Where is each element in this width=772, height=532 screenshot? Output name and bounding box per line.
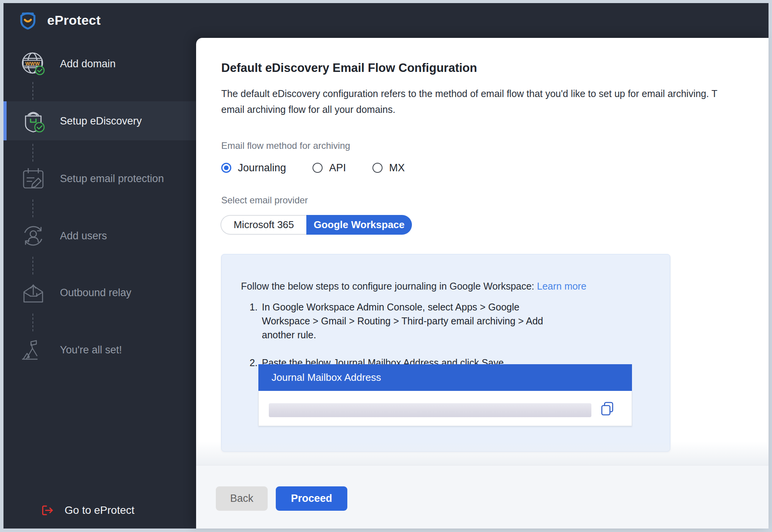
panel-intro-text: Follow the below steps to configure jour…: [241, 281, 586, 292]
journal-mailbox-address-redacted-value: [269, 403, 591, 417]
page-description: The default eDiscovery configuration ref…: [221, 86, 772, 121]
step-connector: [32, 82, 33, 100]
step-connector: [32, 144, 33, 162]
step-1: In Google Workspace Admin Console, selec…: [260, 300, 566, 342]
step-connector: [32, 257, 33, 275]
radio-api-label: API: [329, 162, 346, 174]
radio-mx-unselected[interactable]: [372, 163, 383, 173]
sidebar-item-setup-ediscovery[interactable]: Setup eDiscovery: [60, 108, 188, 134]
learn-more-link[interactable]: Learn more: [537, 281, 586, 292]
calendar-pencil-icon: [20, 165, 46, 192]
outbound-envelope-icon: [20, 280, 46, 306]
radio-api-unselected[interactable]: [313, 163, 323, 173]
radio-mx-label: MX: [389, 162, 405, 174]
go-to-eprotect-link[interactable]: Go to eProtect: [41, 499, 180, 522]
journal-mailbox-table-header: Journal Mailbox Address: [258, 364, 632, 391]
proceed-button[interactable]: Proceed: [276, 486, 347, 511]
globe-www-icon: WWW: [20, 51, 46, 77]
copy-address-button[interactable]: [600, 401, 615, 418]
ediscovery-lock-icon: [20, 108, 46, 134]
radio-journaling-selected[interactable]: [221, 163, 231, 173]
logout-icon: [41, 503, 55, 517]
provider-segment-google-workspace[interactable]: Google Workspace: [306, 215, 412, 235]
panel-intro-label: Follow the below steps to configure jour…: [241, 281, 534, 292]
sidebar-item-add-users[interactable]: Add users: [60, 223, 188, 249]
step-connector: [32, 200, 33, 217]
brand: eProtect: [17, 9, 179, 31]
sidebar-item-add-domain[interactable]: Add domain: [60, 51, 188, 77]
sidebar-item-outbound-relay[interactable]: Outbound relay: [60, 280, 188, 306]
active-step-stripe: [3, 101, 7, 140]
email-flow-method-label: Email flow method for archiving: [221, 140, 350, 151]
radio-option-mx[interactable]: MX: [372, 161, 405, 175]
svg-text:WWW: WWW: [26, 61, 40, 66]
page-title: Default eDiscovery Email Flow Configurat…: [221, 61, 477, 75]
mountain-flag-icon: [20, 337, 46, 363]
provider-segment-microsoft-365[interactable]: Microsoft 365: [220, 215, 306, 235]
sidebar-item-setup-email-protection[interactable]: Setup email protection: [60, 165, 188, 192]
description-line-2: email archiving flow for all your domain…: [221, 102, 772, 118]
radio-journaling-label: Journaling: [238, 162, 286, 174]
select-provider-label: Select email provider: [221, 195, 308, 206]
radio-option-api[interactable]: API: [313, 161, 346, 175]
sidebar-item-all-set[interactable]: You're all set!: [60, 337, 188, 363]
radio-option-journaling[interactable]: Journaling: [221, 161, 286, 175]
learn-more-label: Learn more: [537, 281, 586, 292]
go-to-eprotect-label: Go to eProtect: [65, 504, 135, 517]
eprotect-logo-icon: [17, 9, 39, 31]
back-button[interactable]: Back: [216, 486, 268, 511]
app-title: eProtect: [47, 13, 101, 28]
user-sync-icon: [20, 223, 46, 249]
description-line-1: The default eDiscovery configuration ref…: [221, 86, 772, 102]
footer-fade: [196, 442, 769, 465]
step-connector: [32, 314, 33, 331]
